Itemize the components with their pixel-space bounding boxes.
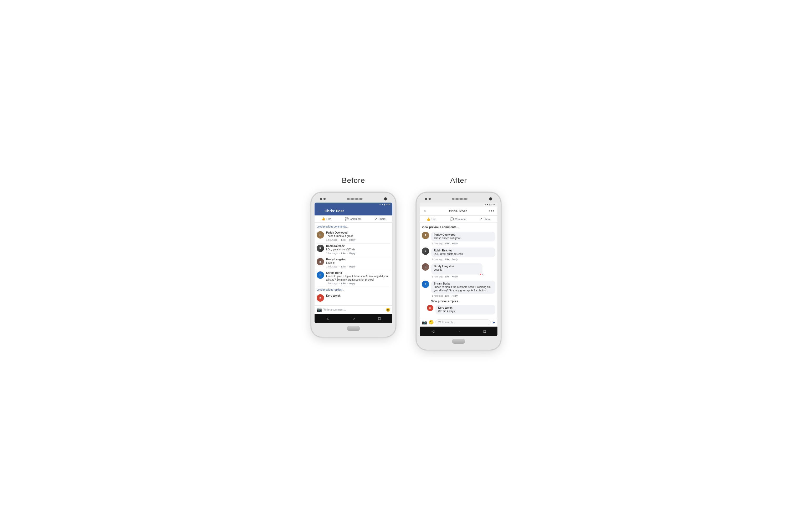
after-view-replies[interactable]: View previous replies… bbox=[422, 299, 495, 304]
sensor-dot-2 bbox=[323, 198, 325, 200]
before-dot-3b: · bbox=[347, 265, 348, 268]
after-kory-wrap: Kory Welch We did 4 days! bbox=[435, 305, 495, 315]
before-like-1[interactable]: Like bbox=[342, 238, 346, 241]
before-like-4[interactable]: Like bbox=[342, 282, 346, 285]
back-nav-icon[interactable]: ◁ bbox=[327, 316, 329, 321]
before-status-bar: ▾ ▲ ▮ 2:04 bbox=[315, 203, 392, 206]
before-reply-2[interactable]: Reply bbox=[349, 252, 356, 254]
after-screen: ▾ ▲ ▮ 2:04 ＜ Chris' Post ••• 👍 bbox=[420, 203, 497, 336]
after-reply-2[interactable]: Reply bbox=[452, 258, 458, 261]
after-label: After bbox=[450, 176, 467, 185]
before-dot-2b: · bbox=[347, 252, 348, 254]
after-comment-btn[interactable]: 💬 Comment bbox=[450, 217, 466, 221]
after-kory-bubble: Kory Welch We did 4 days! bbox=[435, 305, 495, 315]
after-like-2[interactable]: Like bbox=[445, 258, 450, 261]
before-reply-4[interactable]: Reply bbox=[349, 282, 356, 285]
share-label: Share bbox=[378, 218, 386, 220]
after-view-previous[interactable]: View previous comments… bbox=[422, 224, 495, 231]
before-avatar-kory: K bbox=[317, 294, 324, 302]
before-camera-icon[interactable]: 📷 bbox=[317, 307, 322, 312]
after-text-3: Love it! bbox=[434, 268, 480, 272]
after-comments-area: View previous comments… P Paddy Overwood… bbox=[420, 223, 497, 318]
after-text-4: I need to plan a trip out there soon! Ho… bbox=[434, 285, 493, 292]
after-sensors-left bbox=[425, 198, 431, 200]
after-meta-3: 1 hour ago Like Reply bbox=[431, 275, 495, 278]
before-home-button[interactable] bbox=[347, 326, 360, 331]
before-kory-content: Kory Welch bbox=[326, 294, 390, 302]
before-emoji-icon[interactable]: 🙂 bbox=[386, 308, 390, 312]
signal-icon: ▲ bbox=[381, 203, 383, 206]
after-reply-3[interactable]: Reply bbox=[452, 275, 458, 278]
before-reply-3[interactable]: Reply bbox=[349, 265, 356, 268]
before-app-header: ← Chris' Post bbox=[315, 206, 392, 216]
after-home-button[interactable] bbox=[452, 339, 465, 344]
after-reply-4[interactable]: Reply bbox=[452, 294, 458, 297]
after-emoji-left-icon[interactable]: 🙂 bbox=[429, 320, 434, 325]
after-comment-4: S Sriram Borja I need to plan a trip out… bbox=[422, 280, 495, 299]
before-back-arrow[interactable]: ← bbox=[318, 209, 322, 213]
after-reply-kory: K Kory Welch We did 4 days! bbox=[422, 304, 495, 316]
after-like-btn[interactable]: 👍 Like bbox=[426, 217, 436, 221]
before-kory-author: Kory Welch bbox=[326, 294, 390, 297]
after-text-2: LOL, great shots @Chris bbox=[434, 252, 493, 255]
after-home-nav-icon[interactable]: ○ bbox=[458, 329, 460, 333]
before-comment-2: R Robin Ratchev LOL, great shots @Chris … bbox=[317, 244, 390, 257]
love-heart-icon: ❤ bbox=[480, 273, 482, 276]
after-meta-4: 1 hour ago Like Reply bbox=[431, 294, 495, 297]
after-avatar-kory: K bbox=[427, 305, 433, 311]
after-send-btn[interactable]: ➤ bbox=[492, 320, 495, 324]
after-avatar-robin: R bbox=[422, 248, 429, 255]
recents-nav-icon[interactable]: □ bbox=[378, 316, 380, 321]
before-author-3: Brody Langston bbox=[326, 258, 390, 261]
after-share-label: Share bbox=[483, 218, 491, 221]
after-camera-icon[interactable]: 📷 bbox=[422, 320, 427, 325]
after-back-arrow[interactable]: ＜ bbox=[423, 209, 426, 213]
after-back-nav-icon[interactable]: ◁ bbox=[432, 329, 434, 333]
after-comment-3: B Brody Langston Love it! ❤ 1 bbox=[422, 262, 495, 280]
after-battery-icon: ▮ bbox=[489, 203, 490, 206]
after-author-1: Paddy Overwood bbox=[434, 233, 493, 236]
before-phone: ▾ ▲ ▮ 2:04 ← Chris' Post 👍 Like bbox=[311, 193, 395, 337]
time-display: 2:04 bbox=[386, 203, 390, 206]
comment-icon: 💬 bbox=[345, 217, 349, 221]
home-nav-icon[interactable]: ○ bbox=[353, 316, 355, 321]
before-comment-kory-partial: K Kory Welch bbox=[317, 293, 390, 304]
before-dot-4b: · bbox=[347, 282, 348, 285]
before-like-btn[interactable]: 👍 Like bbox=[321, 217, 331, 221]
after-android-nav: ◁ ○ □ bbox=[420, 326, 497, 336]
before-label: Before bbox=[342, 176, 365, 185]
after-input-placeholder[interactable]: Write a reply… bbox=[435, 320, 491, 325]
after-reply-1[interactable]: Reply bbox=[452, 242, 458, 245]
before-avatar-paddy: P bbox=[317, 231, 324, 238]
after-share-btn[interactable]: ↗ Share bbox=[480, 217, 491, 221]
before-load-previous[interactable]: Load previous comments… bbox=[317, 224, 390, 230]
before-screen: ▾ ▲ ▮ 2:04 ← Chris' Post 👍 Like bbox=[315, 203, 392, 323]
before-comment-btn[interactable]: 💬 Comment bbox=[345, 217, 361, 221]
after-recents-nav-icon[interactable]: □ bbox=[483, 329, 485, 333]
before-avatar-sriram: S bbox=[317, 272, 324, 279]
after-comment-label: Comment bbox=[455, 218, 466, 221]
after-app-header: ＜ Chris' Post ••• bbox=[420, 206, 497, 216]
before-load-replies[interactable]: Load previous replies… bbox=[317, 287, 390, 293]
after-header-dots[interactable]: ••• bbox=[489, 209, 494, 213]
after-avatar-paddy: P bbox=[422, 232, 429, 239]
before-dot-4a: · bbox=[339, 282, 340, 285]
after-bubble-1: Paddy Overwood These turned out great! bbox=[431, 232, 495, 242]
after-like-3[interactable]: Like bbox=[445, 275, 450, 278]
before-like-3[interactable]: Like bbox=[342, 265, 346, 268]
before-input-placeholder[interactable]: Write a comment… bbox=[323, 308, 384, 311]
like-icon: 👍 bbox=[321, 217, 325, 221]
before-like-2[interactable]: Like bbox=[342, 252, 346, 254]
love-count: 1 bbox=[482, 273, 483, 276]
after-like-label: Like bbox=[432, 218, 436, 221]
like-label: Like bbox=[327, 218, 331, 220]
share-icon: ↗ bbox=[375, 217, 377, 221]
after-like-4[interactable]: Like bbox=[445, 294, 450, 297]
after-like-1[interactable]: Like bbox=[445, 242, 450, 245]
before-reply-1[interactable]: Reply bbox=[349, 238, 356, 241]
after-time-3: 1 hour ago bbox=[432, 275, 443, 278]
after-sensor-dot-1 bbox=[425, 198, 427, 200]
wifi-icon: ▾ bbox=[379, 203, 380, 206]
after-phone-top-sensors bbox=[420, 196, 497, 203]
before-share-btn[interactable]: ↗ Share bbox=[375, 217, 386, 221]
